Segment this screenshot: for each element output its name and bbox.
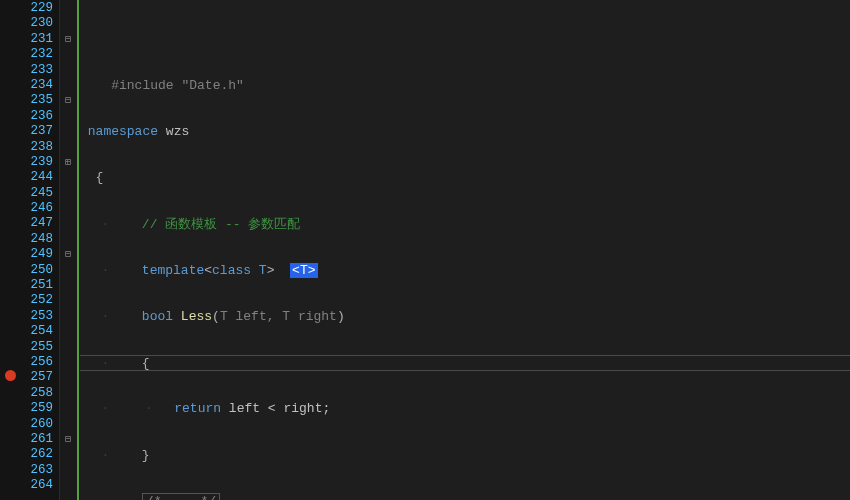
folded-region[interactable]: /* ... */: [142, 493, 220, 500]
fold-marker[interactable]: [60, 63, 76, 78]
fold-marker[interactable]: [60, 78, 76, 93]
line-number: 244: [20, 170, 53, 185]
line-number: 235: [20, 93, 53, 108]
fold-marker[interactable]: [60, 293, 76, 308]
fold-marker[interactable]: [60, 232, 76, 247]
fold-marker[interactable]: [60, 386, 76, 401]
line-number: 238: [20, 140, 53, 155]
breakpoint-cell[interactable]: [0, 293, 20, 308]
fold-marker[interactable]: [60, 47, 76, 62]
fold-marker[interactable]: [60, 447, 76, 462]
fold-marker[interactable]: [60, 16, 76, 31]
current-line: · {: [80, 355, 850, 370]
line-number: 253: [20, 309, 53, 324]
fold-marker[interactable]: [60, 401, 76, 416]
fold-marker[interactable]: ⊟: [60, 432, 76, 447]
breakpoint-cell[interactable]: [0, 232, 20, 247]
breakpoint-gutter[interactable]: [0, 0, 20, 500]
breakpoint-cell[interactable]: [0, 78, 20, 93]
breakpoint-cell[interactable]: [0, 63, 20, 78]
line-number: 260: [20, 417, 53, 432]
breakpoint-cell[interactable]: [0, 140, 20, 155]
breakpoint-cell[interactable]: [0, 355, 20, 370]
fold-marker[interactable]: [60, 109, 76, 124]
breakpoint-cell[interactable]: [0, 447, 20, 462]
fold-marker[interactable]: [60, 216, 76, 231]
breakpoint-cell[interactable]: [0, 186, 20, 201]
fold-marker[interactable]: ⊟: [60, 247, 76, 262]
fold-marker[interactable]: [60, 340, 76, 355]
code-editor[interactable]: 2292302312322332342352362372382392442452…: [0, 0, 850, 500]
breakpoint-cell[interactable]: [0, 463, 20, 478]
breakpoint-cell[interactable]: [0, 170, 20, 185]
return-expr: left < right;: [229, 401, 330, 416]
breakpoint-cell[interactable]: [0, 263, 20, 278]
line-number: 251: [20, 278, 53, 293]
code-area[interactable]: #include "Date.h" namespace wzs { · // 函…: [80, 0, 850, 500]
fold-marker[interactable]: [60, 478, 76, 493]
line-number: 248: [20, 232, 53, 247]
fold-marker[interactable]: ⊟: [60, 32, 76, 47]
keyword-bool: bool: [142, 309, 173, 324]
line-number: 239: [20, 155, 53, 170]
comment-template-desc: // 函数模板 -- 参数匹配: [142, 217, 301, 232]
namespace-name: wzs: [166, 124, 189, 139]
template-param: class T: [212, 263, 267, 278]
breakpoint-cell[interactable]: [0, 417, 20, 432]
line-number: 259: [20, 401, 53, 416]
fold-marker[interactable]: [60, 170, 76, 185]
fold-marker[interactable]: [60, 355, 76, 370]
param-list: T left, T right: [220, 309, 337, 324]
breakpoint-cell[interactable]: [0, 340, 20, 355]
breakpoint-cell[interactable]: [0, 47, 20, 62]
breakpoint-cell[interactable]: [0, 324, 20, 339]
breakpoint-cell[interactable]: [0, 432, 20, 447]
fold-marker[interactable]: [60, 370, 76, 385]
keyword-return: return: [174, 401, 221, 416]
line-number: 234: [20, 78, 53, 93]
line-number: 249: [20, 247, 53, 262]
line-number: 230: [20, 16, 53, 31]
line-number: 229: [20, 1, 53, 16]
breakpoint-cell[interactable]: [0, 370, 20, 385]
fold-marker[interactable]: [60, 186, 76, 201]
fold-marker[interactable]: [60, 1, 76, 16]
line-number: 254: [20, 324, 53, 339]
line-number: 231: [20, 32, 53, 47]
fold-marker[interactable]: [60, 417, 76, 432]
fold-marker[interactable]: [60, 463, 76, 478]
fold-marker[interactable]: ⊞: [60, 155, 76, 170]
line-number: 236: [20, 109, 53, 124]
fold-marker[interactable]: [60, 324, 76, 339]
breakpoint-cell[interactable]: [0, 155, 20, 170]
breakpoint-cell[interactable]: [0, 401, 20, 416]
line-number: 237: [20, 124, 53, 139]
breakpoint-cell[interactable]: [0, 216, 20, 231]
breakpoint-cell[interactable]: [0, 32, 20, 47]
fold-marker[interactable]: [60, 309, 76, 324]
breakpoint-cell[interactable]: [0, 16, 20, 31]
fold-marker[interactable]: [60, 263, 76, 278]
breakpoint-cell[interactable]: [0, 278, 20, 293]
line-number: 247: [20, 216, 53, 231]
breakpoint-cell[interactable]: [0, 201, 20, 216]
fold-marker[interactable]: [60, 278, 76, 293]
fold-marker[interactable]: [60, 124, 76, 139]
line-number: 263: [20, 463, 53, 478]
breakpoint-cell[interactable]: [0, 1, 20, 16]
fold-gutter[interactable]: ⊟⊟⊞⊟⊟: [60, 0, 76, 500]
breakpoint-cell[interactable]: [0, 93, 20, 108]
breakpoint-cell[interactable]: [0, 309, 20, 324]
breakpoint-cell[interactable]: [0, 386, 20, 401]
line-number: 255: [20, 340, 53, 355]
breakpoint-icon[interactable]: [5, 370, 16, 381]
fold-marker[interactable]: [60, 140, 76, 155]
breakpoint-cell[interactable]: [0, 247, 20, 262]
keyword-namespace: namespace: [88, 124, 158, 139]
fold-marker[interactable]: ⊟: [60, 93, 76, 108]
breakpoint-cell[interactable]: [0, 109, 20, 124]
fold-marker[interactable]: [60, 201, 76, 216]
breakpoint-cell[interactable]: [0, 478, 20, 493]
line-number: 252: [20, 293, 53, 308]
breakpoint-cell[interactable]: [0, 124, 20, 139]
